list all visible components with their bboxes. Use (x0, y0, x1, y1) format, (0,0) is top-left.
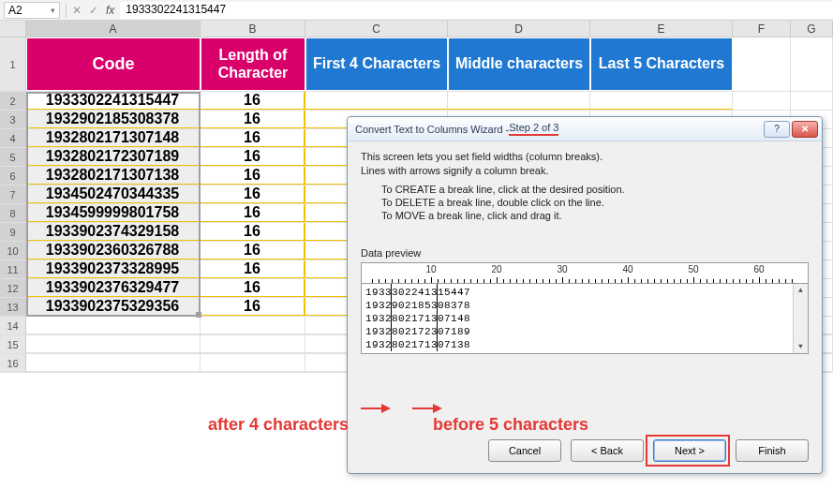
cell-blank[interactable] (201, 317, 305, 334)
break-line-1[interactable] (391, 283, 392, 351)
row-header[interactable]: 9 (0, 223, 26, 241)
cell-blank[interactable] (26, 354, 201, 372)
close-button[interactable]: ✕ (792, 121, 818, 138)
cell-code[interactable]: 1933902375329356 (26, 298, 201, 316)
row-header[interactable]: 5 (0, 148, 26, 166)
cell-B1[interactable]: Length of Character (201, 37, 305, 91)
row-header-1[interactable]: 1 (0, 37, 26, 91)
col-header-F[interactable]: F (733, 21, 791, 37)
cell-E1[interactable]: Last 5 Characters (590, 37, 733, 91)
row-header[interactable]: 14 (0, 317, 26, 334)
ruler-tick-label: 60 (753, 264, 764, 274)
row-header[interactable]: 10 (0, 242, 26, 259)
cell-code[interactable]: 1933902374329158 (26, 223, 201, 241)
row-header[interactable]: 8 (0, 204, 26, 222)
dialog-line1: This screen lets you set field widths (c… (361, 151, 809, 162)
cancel-button[interactable]: Cancel (488, 439, 561, 462)
cell-length[interactable]: 16 (201, 242, 305, 259)
cancel-icon[interactable]: ✕ (72, 4, 82, 17)
formula-input[interactable]: 1933302241315447 (120, 2, 833, 19)
row-header[interactable]: 4 (0, 129, 26, 147)
fx-icon[interactable]: fx (106, 4, 114, 17)
preview-label: Data preview (361, 247, 809, 259)
cell-code[interactable]: 1934599999801758 (26, 204, 201, 222)
col-header-A[interactable]: A (26, 21, 201, 37)
cell-length[interactable]: 16 (201, 260, 305, 278)
preview-ruler[interactable]: 102030405060 (361, 262, 809, 283)
cell-length[interactable]: 16 (201, 111, 305, 128)
enter-icon[interactable]: ✓ (89, 4, 98, 17)
ruler-tick-label: 20 (491, 264, 501, 274)
next-button[interactable]: Next > (653, 439, 726, 462)
col-header-G[interactable]: G (791, 21, 833, 37)
cell-code[interactable]: 1932802171307148 (26, 129, 201, 147)
cell-code[interactable]: 1933902373328995 (26, 260, 201, 278)
cell-length[interactable]: 16 (201, 129, 305, 147)
help-button[interactable]: ? (764, 121, 790, 138)
formula-bar: A2 ▾ ✕ ✓ fx 1933302241315447 (0, 0, 833, 21)
cell-blank[interactable] (26, 317, 201, 334)
preview-box[interactable]: 1933302241315447193290218530837819328021… (361, 283, 809, 354)
dialog-title-prefix: Convert Text to Columns Wizard - (355, 124, 509, 135)
cell-length[interactable]: 16 (201, 298, 305, 316)
name-box[interactable]: A2 ▾ (4, 2, 60, 19)
col-header-D[interactable]: D (448, 21, 590, 37)
break-line-2[interactable] (437, 283, 438, 351)
cell-A1[interactable]: Code (26, 37, 201, 91)
cell-code[interactable]: 1932902185308378 (26, 111, 201, 128)
row-header[interactable]: 13 (0, 298, 26, 316)
table-row: 2193330224131544716 (0, 92, 833, 111)
cell-F1[interactable] (733, 37, 791, 91)
preview-line: 1932802171307138 (365, 338, 804, 351)
row-header[interactable]: 15 (0, 335, 26, 353)
cell-length[interactable]: 16 (201, 167, 305, 185)
cell-G1[interactable] (791, 37, 833, 91)
finish-button[interactable]: Finish (736, 439, 809, 462)
row-header[interactable]: 12 (0, 279, 26, 297)
name-box-dropdown-icon[interactable]: ▾ (51, 6, 55, 15)
row-header[interactable]: 7 (0, 185, 26, 203)
col-header-B[interactable]: B (201, 21, 305, 37)
back-button[interactable]: < Back (571, 439, 644, 462)
cell-middle[interactable] (448, 92, 590, 110)
row-header[interactable]: 16 (0, 354, 26, 372)
row-header[interactable]: 3 (0, 111, 26, 128)
col-header-E[interactable]: E (590, 21, 733, 37)
cell-code[interactable]: 1933902376329477 (26, 279, 201, 297)
cell-first4[interactable] (305, 92, 448, 110)
cell-blank[interactable] (201, 335, 305, 353)
cell-blank[interactable] (733, 92, 791, 110)
cell-blank[interactable] (26, 335, 201, 353)
cell-code[interactable]: 1932802171307138 (26, 167, 201, 185)
cell-code[interactable]: 1933302241315447 (26, 92, 201, 110)
cell-code[interactable]: 1934502470344335 (26, 185, 201, 203)
annotation-arrow-stem-2 (412, 408, 433, 409)
cell-length[interactable]: 16 (201, 185, 305, 203)
row-header[interactable]: 2 (0, 92, 26, 110)
row-header[interactable]: 11 (0, 260, 26, 278)
scroll-up-icon[interactable]: ▲ (794, 284, 808, 297)
cell-length[interactable]: 16 (201, 148, 305, 166)
preview-scrollbar[interactable]: ▲ ▼ (793, 284, 808, 353)
dialog-line2: Lines with arrows signify a column break… (361, 165, 809, 176)
cell-length[interactable]: 16 (201, 279, 305, 297)
cell-code[interactable]: 1933902360326788 (26, 242, 201, 259)
cell-code[interactable]: 1932802172307189 (26, 148, 201, 166)
cell-last5[interactable] (590, 92, 733, 110)
formula-controls: ✕ ✓ fx (72, 4, 114, 17)
cell-blank[interactable] (791, 92, 833, 110)
cell-length[interactable]: 16 (201, 92, 305, 110)
cell-blank[interactable] (201, 354, 305, 372)
cell-D1[interactable]: Middle characters (448, 37, 590, 91)
cancel-label: Cancel (509, 445, 541, 456)
cell-length[interactable]: 16 (201, 204, 305, 222)
dialog-title-step: Step 2 of 3 (509, 122, 558, 136)
scroll-down-icon[interactable]: ▼ (794, 340, 808, 353)
row-header[interactable]: 6 (0, 167, 26, 185)
dialog-titlebar[interactable]: Convert Text to Columns Wizard - Step 2 … (348, 117, 822, 141)
select-all-corner[interactable] (0, 21, 26, 37)
dialog-instr1: To CREATE a break line, click at the des… (381, 184, 809, 195)
col-header-C[interactable]: C (305, 21, 448, 37)
cell-C1[interactable]: First 4 Characters (305, 37, 448, 91)
cell-length[interactable]: 16 (201, 223, 305, 241)
